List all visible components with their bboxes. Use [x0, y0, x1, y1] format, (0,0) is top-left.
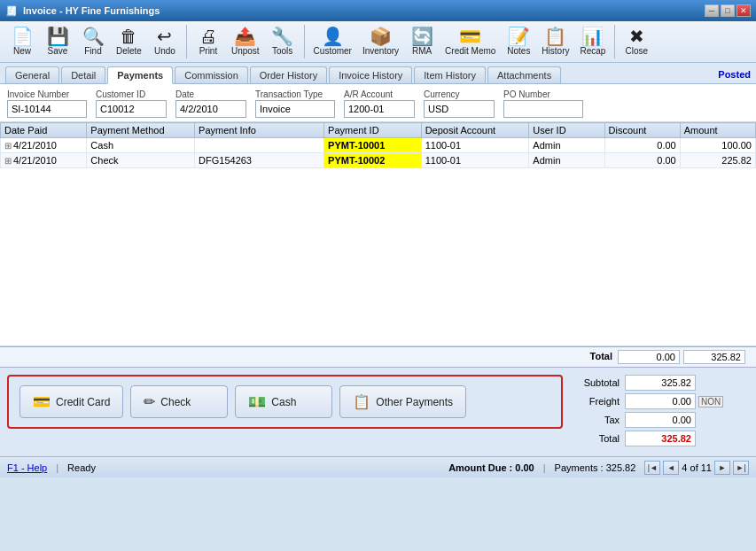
toolbar-unpost[interactable]: 📤 Unpost: [227, 25, 264, 58]
nav-prev-button[interactable]: ◄: [663, 461, 679, 475]
toolbar-save[interactable]: 💾 Save: [41, 25, 74, 58]
col-date-paid: Date Paid: [1, 123, 87, 138]
date-field: Date: [175, 89, 246, 118]
total-label: Total: [572, 433, 625, 444]
cell-deposit-account: 1100-01: [421, 153, 529, 168]
toolbar-customer[interactable]: 👤 Customer: [309, 25, 356, 58]
title-bar-left: 🧾 Invoice - HY Fine Furnishings: [5, 5, 160, 17]
transaction-type-input[interactable]: [255, 100, 335, 118]
toolbar-tools[interactable]: 🔧 Tools: [266, 25, 300, 58]
currency-input[interactable]: [424, 100, 495, 118]
tab-item-history[interactable]: Item History: [414, 66, 486, 83]
find-icon: 🔍: [82, 27, 105, 45]
tab-general[interactable]: General: [5, 66, 59, 83]
invoice-number-input[interactable]: [7, 100, 87, 118]
cell-date-paid: ⊞4/21/2010: [1, 153, 87, 168]
recap-icon: 📊: [581, 27, 604, 45]
table-row[interactable]: ⊞4/21/2010 Cash PYMT-10001 1100-01 Admin…: [1, 138, 756, 153]
toolbar-separator-3: [614, 25, 615, 58]
rma-icon: 🔄: [411, 27, 433, 45]
tab-detail[interactable]: Detail: [61, 66, 105, 83]
cell-date-paid: ⊞4/21/2010: [1, 138, 87, 153]
freight-input[interactable]: [625, 393, 696, 409]
toolbar-inventory[interactable]: 📦 Inventory: [358, 25, 403, 58]
history-icon: 📋: [544, 27, 566, 45]
nav-last-button[interactable]: ►|: [733, 461, 749, 475]
subtotal-input[interactable]: [625, 375, 696, 391]
tools-icon: 🔧: [271, 27, 293, 45]
payment-table: Date Paid Payment Method Payment Info Pa…: [0, 122, 756, 168]
main-content: Invoice Number Customer ID Date Transact…: [0, 84, 756, 456]
amount-due-label: Amount Due : 0.00: [448, 462, 534, 473]
cash-button[interactable]: 💵 Cash: [235, 385, 332, 418]
notes-icon: 📝: [508, 27, 530, 45]
tab-order-history[interactable]: Order History: [250, 66, 327, 83]
subtotal-row: Subtotal: [572, 375, 749, 391]
nav-controls: |◄ ◄ 4 of 11 ► ►|: [644, 461, 749, 475]
ar-account-input[interactable]: [344, 100, 415, 118]
toolbar-credit-memo[interactable]: 💳 Credit Memo: [440, 25, 500, 58]
toolbar-close[interactable]: ✖ Close: [620, 25, 653, 58]
other-payments-button[interactable]: 📋 Other Payments: [339, 385, 466, 418]
tab-payments[interactable]: Payments: [107, 66, 173, 84]
tab-invoice-history[interactable]: Invoice History: [329, 66, 412, 83]
header-fields: Invoice Number Customer ID Date Transact…: [0, 84, 756, 122]
app-icon: 🧾: [5, 5, 18, 17]
other-payments-icon: 📋: [353, 393, 370, 410]
cell-payment-id: PYMT-10002: [324, 153, 422, 168]
cell-payment-method: Cash: [87, 138, 195, 153]
nav-next-button[interactable]: ►: [714, 461, 730, 475]
toolbar-separator-2: [304, 25, 305, 58]
tax-input[interactable]: [625, 412, 696, 428]
bottom-section: 💳 Credit Card ✏ Check 💵 Cash 📋 Other Pay…: [0, 368, 756, 456]
tab-commission[interactable]: Commission: [175, 66, 248, 83]
nav-first-button[interactable]: |◄: [644, 461, 660, 475]
table-row[interactable]: ⊞4/21/2010 Check DFG154263 PYMT-10002 11…: [1, 153, 756, 168]
unpost-icon: 📤: [234, 27, 256, 45]
cell-payment-info: [195, 138, 324, 153]
cell-discount: 0.00: [604, 153, 680, 168]
close-icon: ✖: [629, 27, 644, 45]
page-info: 4 of 11: [682, 462, 712, 473]
payments-label: Payments : 325.82: [555, 462, 636, 473]
payment-table-wrapper: Date Paid Payment Method Payment Info Pa…: [0, 122, 756, 346]
cash-icon: 💵: [248, 393, 266, 410]
credit-card-icon: 💳: [33, 393, 51, 410]
help-link[interactable]: F1 - Help: [7, 462, 47, 473]
currency-field: Currency: [424, 89, 495, 118]
invoice-number-field: Invoice Number: [7, 89, 87, 118]
check-button[interactable]: ✏ Check: [130, 385, 228, 418]
total-input[interactable]: [625, 431, 696, 446]
table-total-amount-input[interactable]: [683, 350, 745, 364]
close-window-button[interactable]: ✕: [737, 4, 751, 17]
cell-amount: 225.82: [680, 153, 755, 168]
tab-attachments[interactable]: Attachments: [487, 66, 561, 83]
cell-payment-id: PYMT-10001: [324, 138, 422, 153]
payment-buttons-box: 💳 Credit Card ✏ Check 💵 Cash 📋 Other Pay…: [7, 375, 563, 429]
toolbar-history[interactable]: 📋 History: [537, 25, 573, 58]
toolbar-notes[interactable]: 📝 Notes: [502, 25, 535, 58]
customer-id-input[interactable]: [96, 100, 167, 118]
toolbar-rma[interactable]: 🔄 RMA: [405, 25, 439, 58]
cell-user-id: Admin: [529, 138, 604, 153]
toolbar-undo[interactable]: ↩ Undo: [148, 25, 182, 58]
col-payment-method: Payment Method: [87, 123, 195, 138]
table-total-discount-input[interactable]: [618, 350, 680, 364]
toolbar-delete[interactable]: 🗑 Delete: [112, 25, 146, 58]
maximize-button[interactable]: □: [721, 4, 735, 17]
check-icon: ✏: [144, 393, 155, 410]
date-input[interactable]: [175, 100, 246, 118]
toolbar-find[interactable]: 🔍 Find: [76, 25, 110, 58]
minimize-button[interactable]: ─: [705, 4, 719, 17]
freight-row: Freight NON: [572, 393, 749, 409]
credit-card-button[interactable]: 💳 Credit Card: [19, 385, 123, 418]
cell-discount: 0.00: [604, 138, 680, 153]
po-number-input[interactable]: [503, 100, 583, 118]
cell-payment-info: DFG154263: [195, 153, 324, 168]
po-number-field: PO Number: [503, 89, 583, 118]
new-icon: 📄: [12, 27, 34, 45]
toolbar-print[interactable]: 🖨 Print: [191, 25, 225, 58]
non-badge: NON: [698, 396, 723, 407]
toolbar-new[interactable]: 📄 New: [5, 25, 39, 58]
toolbar-recap[interactable]: 📊 Recap: [575, 25, 610, 58]
